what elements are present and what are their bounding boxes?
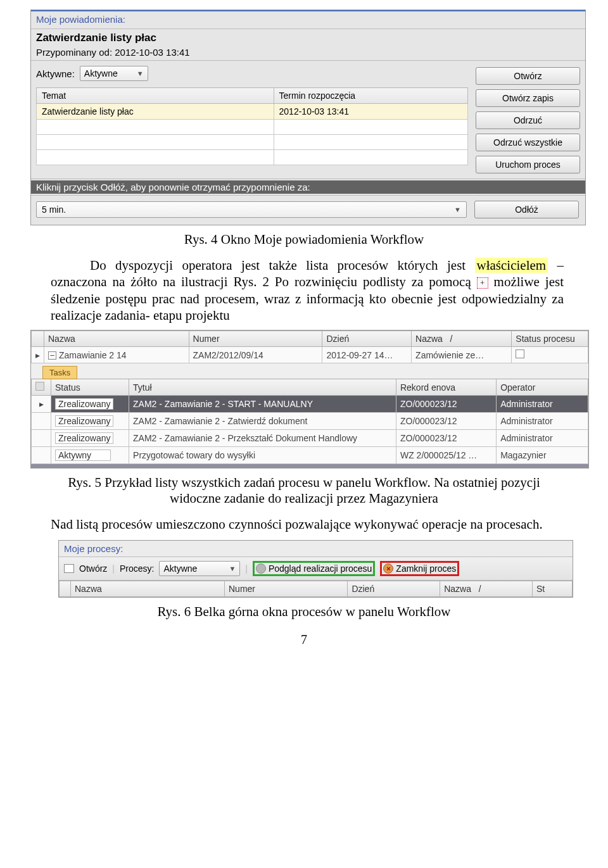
bottom-border	[31, 464, 588, 468]
task-row[interactable]: ▸ZrealizowanyZAM2 - Zamawianie 2 - START…	[32, 396, 588, 413]
col-nazwa[interactable]: Nazwa	[71, 581, 225, 597]
cell-operator: Administrator	[497, 430, 588, 447]
cell-dzien: 2012-09-27 14…	[322, 347, 412, 363]
process-row[interactable]: ▸ −Zamawianie 2 14 ZAM2/2012/09/14 2012-…	[32, 347, 588, 363]
reject-button[interactable]: Odrzuć	[476, 111, 580, 129]
cell-nazwa2: Zamówienie ze…	[412, 347, 512, 363]
procesy-value: Aktywne	[163, 563, 197, 574]
close-x-icon: ×	[383, 563, 393, 574]
reminded-from: Przypominany od: 2012-10-03 13:41	[31, 46, 585, 59]
cell-operator: Magazynier	[497, 447, 588, 464]
divider	[31, 60, 585, 61]
processes-grid-header: Nazwa Numer Dzień Nazwa / St	[59, 581, 573, 597]
row-marker-icon: ▸	[32, 347, 44, 363]
col-subject[interactable]: Temat	[37, 88, 274, 104]
open-record-button[interactable]: Otwórz zapis	[476, 89, 580, 107]
row-marker	[32, 413, 51, 430]
paragraph-1: Do dyspozycji operatora jest także lista…	[51, 257, 564, 324]
close-label: Zamknij proces	[396, 563, 456, 574]
postpone-button[interactable]: Odłóż	[474, 201, 579, 218]
caption-fig6: Rys. 6 Belka górna okna procesów w panel…	[0, 604, 608, 620]
col-nazwa2[interactable]: Nazwa /	[412, 331, 512, 347]
notifications-header: Moje powiadomienia:	[31, 11, 585, 27]
procesy-dropdown[interactable]: Aktywne ▼	[159, 561, 240, 576]
notifications-window: Moje powiadomienia: Zatwierdzanie listy …	[30, 9, 586, 225]
cell-status: Zrealizowany	[51, 413, 129, 430]
row-marker: ▸	[32, 396, 51, 413]
status-checkbox[interactable]	[516, 349, 524, 358]
subcol-operator[interactable]: Operator	[497, 379, 588, 396]
task-row[interactable]: ZrealizowanyZAM2 - Zamawianie 2 - Zatwie…	[32, 413, 588, 430]
cell-numer: ZAM2/2012/09/14	[189, 347, 322, 363]
process-list-screenshot: Nazwa Numer Dzień Nazwa / Status procesu…	[30, 330, 589, 469]
cell-operator: Administrator	[497, 396, 588, 413]
table-row[interactable]: Zatwierdzanie listy płac 2012-10-03 13:4…	[37, 104, 468, 120]
expand-plus-icon: +	[477, 277, 488, 289]
procesy-label: Procesy:	[120, 563, 154, 574]
table-row[interactable]	[37, 120, 468, 135]
table-row[interactable]	[37, 150, 468, 165]
col-status-procesu[interactable]: Status procesu	[512, 331, 588, 347]
subcol-rekord[interactable]: Rekord enova	[396, 379, 496, 396]
run-process-button[interactable]: Uruchom proces	[476, 156, 580, 173]
cell-status: Zrealizowany	[51, 430, 129, 447]
postpone-dropdown[interactable]: 5 min. ▼	[36, 201, 467, 218]
divider	[31, 179, 585, 179]
col-st[interactable]: St	[532, 581, 572, 597]
highlight-owner: właścicielem	[475, 258, 548, 273]
col-numer[interactable]: Numer	[225, 581, 348, 597]
tasks-tab[interactable]: Tasks	[42, 366, 77, 379]
col-start-date[interactable]: Termin rozpoczęcia	[274, 88, 467, 104]
caption-fig5: Rys. 5 Przykład listy wszystkich zadań p…	[0, 475, 608, 506]
active-label: Aktywne:	[36, 68, 75, 79]
chevron-down-icon: ▼	[137, 70, 144, 77]
open-button[interactable]: Otwórz	[476, 67, 580, 85]
separator: |	[112, 563, 115, 574]
chevron-down-icon: ▼	[229, 565, 236, 572]
reject-all-button[interactable]: Odrzuć wszystkie	[476, 134, 580, 151]
notification-subject: Zatwierdzanie listy płac	[31, 30, 585, 46]
tasks-subgrid: Status Tytuł Rekord enova Operator ▸Zrea…	[31, 379, 588, 464]
row-marker-header	[32, 331, 44, 347]
process-grid: Nazwa Numer Dzień Nazwa / Status procesu…	[31, 330, 588, 363]
active-dropdown-value: Aktywne	[84, 68, 118, 79]
col-nazwa[interactable]: Nazwa	[44, 331, 189, 347]
cell-nazwa: −Zamawianie 2 14	[44, 347, 189, 363]
col-dzien[interactable]: Dzień	[322, 331, 412, 347]
cell-status-checkbox	[512, 347, 588, 363]
separator: |	[245, 563, 248, 574]
cell-rekord: ZO/000023/12	[396, 413, 496, 430]
subcol-status[interactable]: Status	[51, 379, 129, 396]
cell-tytul: ZAM2 - Zamawianie 2 - Zatwierdź dokument	[129, 413, 396, 430]
magnifier-icon	[35, 382, 44, 391]
toolbar-open[interactable]: Otwórz	[79, 563, 107, 574]
preview-label: Podgląd realizacji procesu	[269, 563, 372, 574]
col-dzien[interactable]: Dzień	[348, 581, 440, 597]
postpone-value: 5 min.	[42, 204, 66, 215]
collapse-icon[interactable]: −	[48, 351, 56, 360]
gear-icon	[256, 563, 266, 574]
task-row[interactable]: AktywnyPrzygotować towary do wysyłkiWZ 2…	[32, 447, 588, 464]
caption-fig4: Rys. 4 Okno Moje powiadomienia Workflow	[0, 232, 608, 248]
col-nazwa2[interactable]: Nazwa /	[440, 581, 533, 597]
col-numer[interactable]: Numer	[189, 331, 322, 347]
close-process-button[interactable]: × Zamknij proces	[380, 561, 459, 576]
document-icon	[64, 564, 74, 573]
active-dropdown[interactable]: Aktywne ▼	[80, 66, 148, 81]
table-row[interactable]	[37, 135, 468, 150]
cell-tytul: Przygotować towary do wysyłki	[129, 447, 396, 464]
cell-subject: Zatwierdzanie listy płac	[37, 104, 274, 120]
cell-tytul: ZAM2 - Zamawianie 2 - Przekształć Dokume…	[129, 430, 396, 447]
chevron-down-icon: ▼	[454, 206, 461, 213]
sub-row-marker	[32, 379, 51, 396]
preview-process-button[interactable]: Podgląd realizacji procesu	[253, 561, 375, 576]
page-number: 7	[0, 632, 608, 647]
task-row[interactable]: ZrealizowanyZAM2 - Zamawianie 2 - Przeks…	[32, 430, 588, 447]
processes-toolbar-screenshot: Moje procesy: Otwórz | Procesy: Aktywne …	[58, 540, 573, 598]
my-processes-header: Moje procesy:	[59, 541, 573, 557]
subcol-tytul[interactable]: Tytuł	[129, 379, 396, 396]
paragraph-2: Nad listą procesów umieszczono czynności…	[51, 516, 564, 532]
cell-tytul: ZAM2 - Zamawianie 2 - START - MANUALNY	[129, 396, 396, 413]
notifications-table: Temat Termin rozpoczęcia Zatwierdzanie l…	[36, 87, 468, 165]
row-marker-header	[60, 581, 71, 597]
